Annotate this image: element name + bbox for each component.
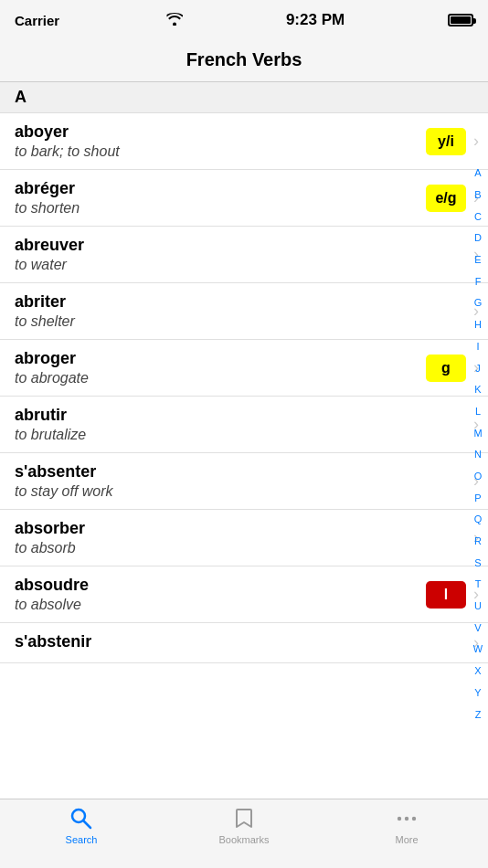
tab-more-label: More bbox=[395, 834, 418, 845]
content-area: French Verbs A aboyerto bark; to shouty/… bbox=[0, 40, 488, 799]
alpha-letter-y[interactable]: Y bbox=[474, 688, 481, 698]
alpha-letter-o[interactable]: O bbox=[474, 471, 483, 482]
alpha-letter-q[interactable]: Q bbox=[474, 514, 483, 524]
alpha-letter-d[interactable]: D bbox=[474, 233, 482, 243]
item-text: absorberto absorb bbox=[15, 519, 473, 556]
alpha-letter-v[interactable]: V bbox=[474, 623, 481, 633]
item-text: abriterto shelter bbox=[15, 292, 473, 330]
item-text: abrutirto brutalize bbox=[15, 406, 473, 443]
bookmarks-icon bbox=[232, 807, 256, 831]
item-title: abreuver bbox=[15, 236, 473, 255]
alpha-letter-r[interactable]: R bbox=[474, 536, 482, 546]
alpha-letter-g[interactable]: G bbox=[474, 298, 483, 308]
page-title: French Verbs bbox=[186, 49, 302, 69]
item-title: absorber bbox=[15, 519, 473, 538]
item-title: abrutir bbox=[15, 406, 473, 425]
alpha-letter-t[interactable]: T bbox=[475, 579, 482, 589]
list-item[interactable]: abrogerto abrogateg› bbox=[0, 340, 488, 397]
item-text: s'abstenir bbox=[15, 632, 473, 653]
carrier-text: Carrier bbox=[15, 13, 59, 28]
item-text: abrogerto abrogate bbox=[15, 349, 426, 386]
item-subtitle: to stay off work bbox=[15, 483, 473, 500]
item-badge: l bbox=[426, 581, 466, 609]
list-item[interactable]: absorberto absorb› bbox=[0, 510, 488, 566]
item-text: s'absenterto stay off work bbox=[15, 462, 473, 500]
section-letter: A bbox=[15, 88, 27, 106]
search-icon bbox=[69, 807, 93, 831]
svg-point-3 bbox=[405, 817, 408, 820]
alphabet-sidebar: ABCDEFGHIJKLMNOPQRSTUVWXYZ bbox=[468, 159, 488, 729]
section-header-a: A bbox=[0, 82, 488, 113]
tab-more[interactable]: More bbox=[325, 807, 488, 845]
item-subtitle: to shelter bbox=[15, 313, 473, 330]
verb-list: aboyerto bark; to shouty/i›abrégerto sho… bbox=[0, 113, 488, 663]
tab-bar: Search Bookmarks More bbox=[0, 799, 488, 868]
list-item[interactable]: abrutirto brutalize› bbox=[0, 397, 488, 453]
item-title: absoudre bbox=[15, 576, 426, 595]
item-title: abroger bbox=[15, 349, 426, 368]
item-title: s'abstenir bbox=[15, 632, 473, 651]
alpha-letter-c[interactable]: C bbox=[474, 212, 482, 222]
svg-point-4 bbox=[412, 817, 416, 820]
item-subtitle: to water bbox=[15, 257, 473, 273]
list-item[interactable]: abriterto shelter› bbox=[0, 283, 488, 340]
tab-search-label: Search bbox=[66, 834, 98, 845]
alpha-letter-m[interactable]: M bbox=[473, 429, 482, 439]
alpha-letter-k[interactable]: K bbox=[474, 385, 481, 395]
list-item[interactable]: abrégerto shortene/g› bbox=[0, 170, 488, 227]
battery-icon bbox=[448, 14, 473, 26]
item-subtitle: to brutalize bbox=[15, 427, 473, 443]
alpha-letter-w[interactable]: W bbox=[473, 644, 483, 654]
alpha-letter-z[interactable]: Z bbox=[475, 710, 482, 720]
alpha-letter-j[interactable]: J bbox=[475, 364, 481, 374]
status-time: 9:23 PM bbox=[286, 11, 345, 29]
status-bar: Carrier 9:23 PM bbox=[0, 0, 488, 40]
item-badge: e/g bbox=[426, 185, 466, 212]
item-text: abrégerto shorten bbox=[15, 179, 426, 217]
item-badge: y/i bbox=[426, 128, 466, 155]
list-item[interactable]: s'abstenir› bbox=[0, 623, 488, 663]
tab-search[interactable]: Search bbox=[0, 807, 163, 845]
tab-bookmarks-label: Bookmarks bbox=[218, 834, 269, 845]
tab-bookmarks[interactable]: Bookmarks bbox=[163, 807, 325, 845]
alpha-letter-s[interactable]: S bbox=[474, 558, 481, 568]
wifi-icon bbox=[166, 13, 183, 28]
list-item[interactable]: abreuverto water› bbox=[0, 227, 488, 283]
item-text: absoudreto absolve bbox=[15, 576, 426, 613]
alpha-letter-f[interactable]: F bbox=[475, 277, 482, 287]
item-title: abréger bbox=[15, 179, 426, 198]
list-item[interactable]: absoudreto absolvel› bbox=[0, 566, 488, 623]
more-icon bbox=[395, 807, 419, 831]
page-header: French Verbs bbox=[0, 40, 488, 82]
alpha-letter-i[interactable]: I bbox=[476, 342, 479, 352]
svg-point-2 bbox=[398, 817, 401, 820]
alpha-letter-p[interactable]: P bbox=[474, 493, 481, 503]
alpha-letter-b[interactable]: B bbox=[474, 190, 481, 200]
item-text: abreuverto water bbox=[15, 236, 473, 273]
item-title: abriter bbox=[15, 292, 473, 312]
alpha-letter-x[interactable]: X bbox=[474, 666, 481, 676]
item-subtitle: to absolve bbox=[15, 597, 426, 613]
item-title: aboyer bbox=[15, 122, 426, 142]
alpha-letter-n[interactable]: N bbox=[474, 450, 482, 460]
list-item[interactable]: aboyerto bark; to shouty/i› bbox=[0, 113, 488, 170]
svg-line-1 bbox=[84, 821, 91, 829]
item-subtitle: to bark; to shout bbox=[15, 143, 426, 160]
alpha-letter-h[interactable]: H bbox=[474, 320, 482, 330]
alpha-letter-u[interactable]: U bbox=[474, 601, 482, 611]
alpha-letter-a[interactable]: A bbox=[474, 168, 481, 178]
alpha-letter-l[interactable]: L bbox=[475, 407, 481, 417]
item-title: s'absenter bbox=[15, 462, 473, 482]
chevron-icon: › bbox=[473, 132, 479, 151]
item-text: aboyerto bark; to shout bbox=[15, 122, 426, 160]
item-subtitle: to shorten bbox=[15, 200, 426, 217]
alpha-letter-e[interactable]: E bbox=[474, 255, 481, 265]
list-item[interactable]: s'absenterto stay off work› bbox=[0, 453, 488, 510]
item-badge: g bbox=[426, 355, 466, 382]
item-subtitle: to abrogate bbox=[15, 370, 426, 386]
item-subtitle: to absorb bbox=[15, 540, 473, 556]
